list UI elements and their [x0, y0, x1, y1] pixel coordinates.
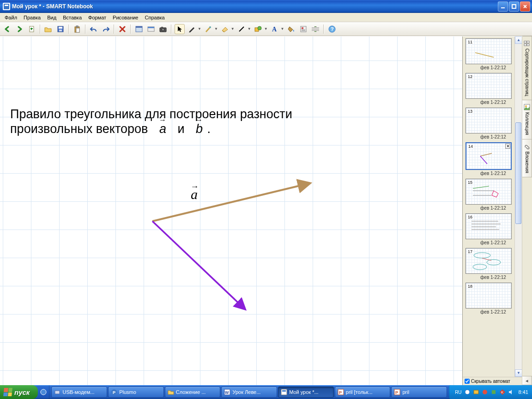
taskbar-task-button[interactable]: Ppril — [391, 387, 447, 398]
svg-line-33 — [473, 186, 489, 188]
menu-draw[interactable]: Рисование — [110, 14, 141, 21]
page-sorter[interactable]: 11фев 1-22:1212фев 1-22:1213фев 1-22:121… — [463, 36, 522, 377]
open-button[interactable] — [43, 24, 54, 34]
svg-rect-44 — [524, 41, 526, 43]
tray-volume-icon[interactable] — [508, 389, 514, 395]
svg-line-30 — [475, 53, 494, 57]
page-canvas[interactable]: Правило треугольника для построения разн… — [0, 36, 462, 385]
taskbar-task-button[interactable]: USB-модем... — [51, 387, 107, 398]
thumb-menu-button[interactable]: ▾ — [505, 144, 510, 149]
taskbar-clock[interactable]: 8:41 — [519, 389, 528, 395]
start-button[interactable]: пуск — [0, 385, 38, 399]
ql-icon[interactable] — [40, 388, 47, 396]
toolbar-separator — [85, 24, 86, 34]
toolbar-separator — [68, 24, 69, 34]
tray-icon[interactable] — [490, 389, 497, 395]
svg-rect-15 — [148, 27, 154, 28]
svg-point-62 — [465, 390, 470, 394]
svg-point-17 — [162, 28, 164, 31]
add-page-button[interactable] — [27, 24, 37, 34]
move-toolbar-button[interactable] — [310, 24, 320, 34]
tab-page-sorter[interactable]: Сортировщик страниц — [522, 36, 532, 100]
page-thumbnail[interactable]: 15 — [466, 179, 512, 205]
line-dropdown[interactable]: ▼ — [248, 27, 251, 31]
undo-button[interactable] — [89, 24, 99, 34]
menu-edit[interactable]: Правка — [21, 14, 43, 21]
side-panel-collapse[interactable]: ◂ — [522, 376, 532, 385]
taskbar-task-button[interactable]: Мой урок *... — [278, 387, 334, 398]
tab-gallery[interactable]: Коллекция — [522, 100, 532, 139]
eraser-button[interactable] — [220, 24, 230, 34]
tray-icon[interactable] — [473, 389, 479, 395]
redo-button[interactable] — [101, 24, 111, 34]
pen-tool-button[interactable] — [187, 24, 197, 34]
taskbar-task-button[interactable]: WУрок Леве... — [221, 387, 277, 398]
menu-help[interactable]: Справка — [142, 14, 168, 21]
line-tool-button[interactable] — [236, 24, 247, 34]
properties-button[interactable] — [298, 24, 308, 34]
page-thumbnail[interactable]: 16 — [466, 213, 512, 239]
camera-button[interactable] — [158, 24, 168, 34]
page-thumbnail[interactable]: 12 — [466, 73, 512, 99]
menu-file[interactable]: Файл — [2, 14, 20, 21]
svg-rect-11 — [76, 28, 79, 32]
prev-page-button[interactable] — [3, 24, 13, 34]
thumbs-scrollbar[interactable]: ▲ ▼ — [514, 36, 522, 377]
tab-attachments[interactable]: Вложения — [522, 139, 532, 177]
canvas-area[interactable]: Правило треугольника для построения разн… — [0, 36, 463, 385]
language-indicator[interactable]: RU — [455, 390, 461, 395]
close-button[interactable] — [520, 1, 530, 12]
text-tool-button[interactable]: A — [270, 24, 280, 34]
svg-text:W: W — [225, 390, 229, 395]
taskbar-task-button[interactable]: Сложение ... — [165, 387, 221, 398]
minimize-button[interactable] — [498, 1, 508, 12]
shape-tool-button[interactable] — [253, 24, 263, 34]
pointer-tool-button[interactable] — [175, 24, 185, 34]
maximize-button[interactable] — [509, 1, 519, 12]
side-tabs: Сортировщик страниц Коллекция Вложения ◂ — [522, 36, 532, 385]
delete-button[interactable] — [117, 24, 127, 34]
text-dropdown[interactable]: ▼ — [281, 27, 284, 31]
taskbar-task-button[interactable]: Ppril [тольк... — [335, 387, 391, 398]
svg-point-19 — [209, 26, 211, 28]
page-thumbnail[interactable]: 18 — [466, 283, 512, 308]
scrollbar-thumb[interactable] — [515, 122, 521, 224]
page-thumbnail[interactable]: 11 — [466, 38, 512, 64]
help-button[interactable]: ? — [327, 24, 337, 34]
tray-icon[interactable] — [464, 389, 471, 395]
hide-auto-checkbox[interactable] — [465, 379, 470, 384]
task-icon — [281, 389, 287, 395]
creative-pen-button[interactable] — [203, 24, 213, 34]
shape-dropdown[interactable]: ▼ — [264, 27, 268, 31]
next-page-button[interactable] — [15, 24, 25, 34]
eraser-dropdown[interactable]: ▼ — [231, 27, 235, 31]
pen-dropdown[interactable]: ▼ — [198, 27, 201, 31]
svg-rect-63 — [474, 390, 478, 394]
system-tray: RU K 8:41 — [449, 385, 532, 399]
menu-format[interactable]: Формат — [85, 14, 109, 21]
page-thumbnail[interactable]: 14▾ — [466, 142, 512, 170]
save-button[interactable] — [55, 24, 66, 34]
scroll-down-button[interactable]: ▼ — [515, 369, 522, 377]
hide-auto-label[interactable]: Скрывать автомат — [471, 379, 510, 384]
vector-b-arrow[interactable] — [152, 221, 245, 309]
tray-icon[interactable]: K — [499, 389, 506, 395]
screen-capture-button[interactable] — [146, 24, 156, 34]
task-icon — [54, 389, 60, 395]
svg-point-42 — [473, 264, 487, 270]
task-label: Plusmo — [119, 389, 136, 395]
page-thumbnail[interactable]: 17 — [466, 248, 512, 274]
fill-button[interactable] — [286, 24, 296, 34]
menu-view[interactable]: Вид — [44, 14, 59, 21]
vector-a-arrow[interactable] — [152, 183, 309, 221]
paste-button[interactable] — [72, 24, 82, 34]
fullscreen-button[interactable] — [134, 24, 144, 34]
page-thumbnail[interactable]: 13 — [466, 108, 512, 133]
creative-pen-dropdown[interactable]: ▼ — [214, 27, 218, 31]
tray-icon[interactable] — [482, 389, 488, 395]
taskbar-task-button[interactable]: PPlusmo — [108, 387, 164, 398]
menu-insert[interactable]: Вставка — [60, 14, 85, 21]
scroll-up-button[interactable]: ▲ — [515, 36, 522, 44]
thumb-page-number: 16 — [467, 215, 473, 219]
svg-rect-3 — [501, 7, 505, 8]
